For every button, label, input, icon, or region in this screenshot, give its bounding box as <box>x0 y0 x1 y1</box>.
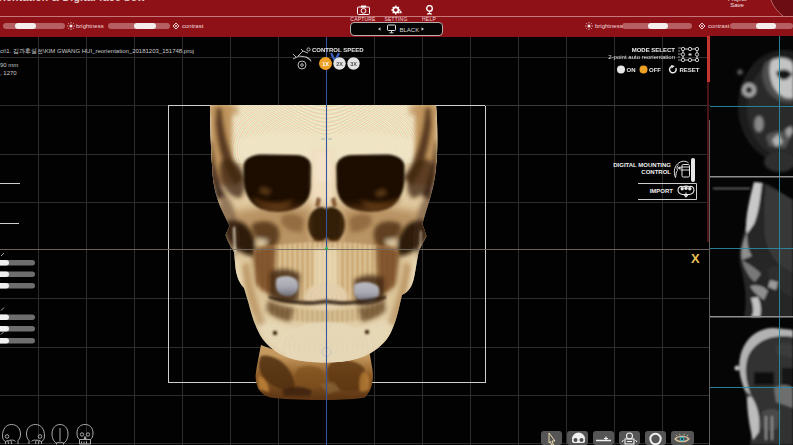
svg-text:3X: 3X <box>350 61 357 67</box>
svg-text:BLACK: BLACK <box>399 27 419 33</box>
svg-text:RESET: RESET <box>680 67 700 73</box>
svg-text:ON: ON <box>627 67 636 73</box>
svg-text:1X: 1X <box>322 61 329 67</box>
svg-text:2X: 2X <box>336 61 343 67</box>
svg-text:OFF: OFF <box>649 67 661 73</box>
